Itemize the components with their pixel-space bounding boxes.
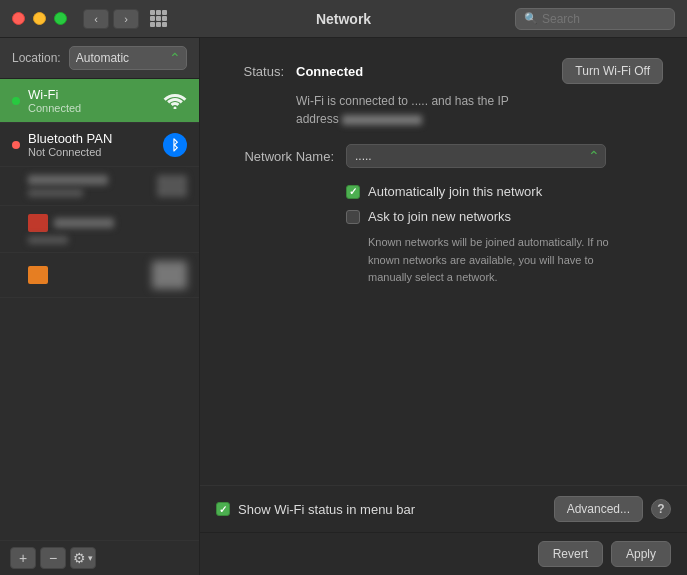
status-row: Status: Connected Turn Wi-Fi Off — [224, 58, 663, 84]
list-item[interactable]: Bluetooth PAN Not Connected ᛒ — [0, 123, 199, 167]
list-item[interactable] — [0, 253, 199, 298]
chevron-down-icon: ▾ — [88, 553, 93, 563]
sidebar: Location: Automatic ⌃ Wi-Fi Connected — [0, 38, 200, 575]
status-label: Status: — [224, 64, 284, 79]
apply-button[interactable]: Apply — [611, 541, 671, 567]
ask-join-label: Ask to join new networks — [368, 209, 511, 224]
network-status-label: Connected — [28, 102, 155, 114]
network-list: Wi-Fi Connected Bluetooth PAN — [0, 79, 199, 540]
status-value: Connected — [296, 64, 363, 79]
ask-join-checkbox[interactable] — [346, 210, 360, 224]
minimize-button[interactable] — [33, 12, 46, 25]
back-button[interactable]: ‹ — [83, 9, 109, 29]
title-bar: ‹ › Network 🔍 — [0, 0, 687, 38]
bottom-bar: Show Wi-Fi status in menu bar Advanced..… — [200, 485, 687, 532]
network-name-label: Bluetooth PAN — [28, 131, 155, 146]
revert-button[interactable]: Revert — [538, 541, 603, 567]
forward-button[interactable]: › — [113, 9, 139, 29]
gear-icon: ⚙ — [73, 550, 86, 566]
turn-wifi-off-button[interactable]: Turn Wi-Fi Off — [562, 58, 663, 84]
list-item[interactable]: Wi-Fi Connected — [0, 79, 199, 123]
network-name-select-wrapper[interactable]: ..... ⌃ — [346, 144, 606, 168]
location-select[interactable]: Automatic — [69, 46, 187, 70]
grid-icon — [150, 10, 167, 27]
status-dot-red — [12, 141, 20, 149]
main-container: Location: Automatic ⌃ Wi-Fi Connected — [0, 38, 687, 575]
remove-network-button[interactable]: − — [40, 547, 66, 569]
blurred-status — [28, 189, 83, 197]
advanced-button[interactable]: Advanced... — [554, 496, 643, 522]
show-wifi-label: Show Wi-Fi status in menu bar — [238, 502, 415, 517]
right-content: Status: Connected Turn Wi-Fi Off Wi-Fi i… — [200, 38, 687, 485]
search-input[interactable] — [542, 12, 666, 26]
show-wifi-row: Show Wi-Fi status in menu bar — [216, 502, 415, 517]
nav-buttons: ‹ › — [83, 9, 139, 29]
app-grid-button[interactable] — [145, 9, 171, 29]
known-networks-note: Known networks will be joined automatica… — [368, 234, 628, 287]
status-dot-none — [12, 225, 20, 233]
auto-join-row: Automatically join this network — [346, 184, 663, 199]
status-dot-none — [12, 271, 20, 279]
network-name-select[interactable]: ..... — [346, 144, 606, 168]
network-name-row: Network Name: ..... ⌃ — [224, 144, 663, 168]
location-bar: Location: Automatic ⌃ — [0, 38, 199, 79]
svg-point-0 — [174, 107, 177, 110]
auto-join-checkbox[interactable] — [346, 185, 360, 199]
network-info: Bluetooth PAN Not Connected — [28, 131, 155, 158]
settings-button[interactable]: ⚙ ▾ — [70, 547, 96, 569]
maximize-button[interactable] — [54, 12, 67, 25]
status-dot-green — [12, 97, 20, 105]
add-network-button[interactable]: + — [10, 547, 36, 569]
status-dot-none — [12, 182, 20, 190]
location-select-wrapper[interactable]: Automatic ⌃ — [69, 46, 187, 70]
search-box[interactable]: 🔍 — [515, 8, 675, 30]
ask-join-row: Ask to join new networks — [346, 209, 663, 224]
right-panel: Status: Connected Turn Wi-Fi Off Wi-Fi i… — [200, 38, 687, 575]
blurred-thumb — [152, 261, 187, 289]
help-button[interactable]: ? — [651, 499, 671, 519]
list-item[interactable] — [0, 206, 199, 253]
wifi-icon — [163, 89, 187, 112]
blurred-name — [54, 218, 114, 228]
bluetooth-icon: ᛒ — [163, 133, 187, 157]
show-wifi-checkbox[interactable] — [216, 502, 230, 516]
status-description: Wi-Fi is connected to ..... and has the … — [296, 92, 663, 128]
close-button[interactable] — [12, 12, 25, 25]
network-name-label: Wi-Fi — [28, 87, 155, 102]
footer-bar: Revert Apply — [200, 532, 687, 575]
search-icon: 🔍 — [524, 12, 538, 25]
blurred-status — [28, 236, 68, 244]
blurred-icon — [157, 175, 187, 197]
window-title: Network — [316, 11, 371, 27]
ip-address-blurred — [342, 115, 422, 125]
list-item[interactable] — [0, 167, 199, 206]
location-label: Location: — [12, 51, 61, 65]
auto-join-label: Automatically join this network — [368, 184, 542, 199]
network-name-field-label: Network Name: — [224, 149, 334, 164]
network-status-label: Not Connected — [28, 146, 155, 158]
colored-square-red — [28, 214, 48, 232]
sidebar-controls: + − ⚙ ▾ — [0, 540, 199, 575]
bottom-right-controls: Advanced... ? — [554, 496, 671, 522]
blurred-name — [28, 175, 108, 185]
traffic-lights — [12, 12, 67, 25]
colored-square-orange — [28, 266, 48, 284]
network-info: Wi-Fi Connected — [28, 87, 155, 114]
